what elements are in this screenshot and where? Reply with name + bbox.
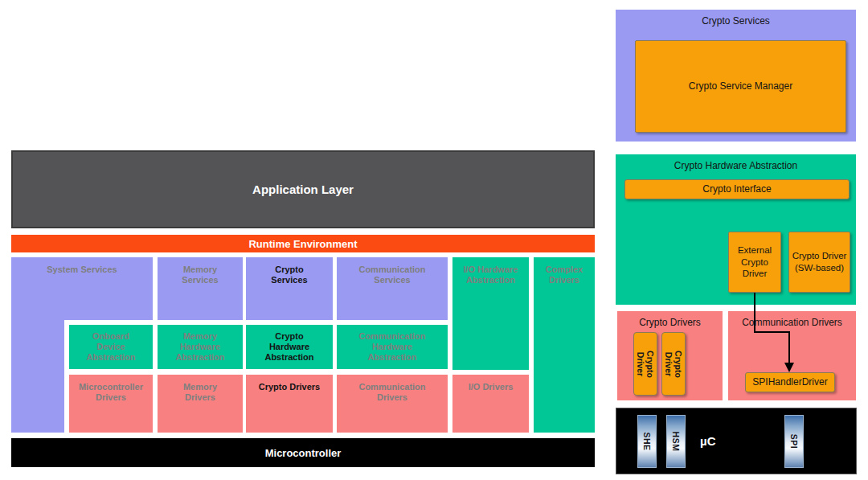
crypto-drivers-label: Crypto Drivers [259, 382, 320, 392]
communication-drivers-panel-title: Communication Drivers [728, 317, 856, 328]
crypto-driver-2-label: Crypto Driver [664, 344, 683, 384]
crypto-interface-box: Crypto Interface [624, 179, 850, 199]
communication-drivers-label: Communication Drivers [355, 382, 429, 403]
io-drivers-box: I/O Drivers [452, 375, 529, 433]
memory-drivers-box: Memory Drivers [158, 375, 243, 433]
crypto-drivers-panel-title: Crypto Drivers [617, 317, 723, 328]
autosar-crypto-architecture-diagram: Application Layer Runtime Environment Sy… [0, 0, 868, 480]
spi-handler-driver-label: SPIHandlerDriver [752, 376, 827, 388]
memory-drivers-label: Memory Drivers [172, 382, 228, 403]
communication-hardware-abstraction-box: Communication Hardware Abstraction [337, 325, 448, 369]
application-layer-label: Application Layer [252, 183, 354, 196]
crypto-services-panel-title: Crypto Services [616, 15, 856, 27]
crypto-driver-sw-based-box: Crypto Driver (SW-based) [788, 232, 850, 293]
crypto-interface-label: Crypto Interface [702, 183, 771, 195]
spi-label: SPI [789, 434, 799, 449]
complex-drivers-label: Complex Drivers [536, 265, 592, 285]
io-hardware-abstraction-box: I/O Hardware Abstraction [452, 257, 529, 370]
memory-hardware-abstraction-box: Memory Hardware Abstraction [158, 325, 243, 369]
crypto-hardware-abstraction-label: Crypto Hardware Abstraction [261, 331, 317, 363]
crypto-service-manager-label: Crypto Service Manager [689, 80, 792, 92]
microcontroller-drivers-label: Microcontroller Drivers [74, 382, 148, 403]
onboard-device-abstraction-label: Onboard Device Abstraction [79, 331, 143, 363]
crypto-service-manager-box: Crypto Service Manager [635, 40, 846, 133]
communication-services-box: Communication Services [337, 257, 448, 320]
io-hardware-abstraction-label: I/O Hardware Abstraction [459, 265, 523, 285]
memory-hardware-abstraction-label: Memory Hardware Abstraction [172, 331, 228, 363]
crypto-services-label: Crypto Services [261, 265, 317, 285]
microcontroller-label: Microcontroller [265, 447, 342, 459]
crypto-services-box: Crypto Services [246, 257, 333, 320]
communication-drivers-box: Communication Drivers [337, 375, 448, 433]
runtime-environment-bar: Runtime Environment [11, 235, 595, 252]
memory-services-label: Memory Services [172, 265, 228, 285]
system-services-box: System Services [11, 257, 153, 320]
system-services-label: System Services [47, 265, 117, 275]
she-label: SHE [642, 432, 652, 450]
communication-hardware-abstraction-label: Communication Hardware Abstraction [355, 331, 429, 363]
complex-drivers-box: Complex Drivers [534, 257, 595, 433]
external-crypto-driver-box: External Crypto Driver [728, 232, 781, 293]
hsm-label: HSM [671, 432, 681, 452]
crypto-hardware-abstraction-panel-title: Crypto Hardware Abstraction [616, 160, 856, 171]
she-chip-box: SHE [637, 415, 657, 468]
uc-label: µC [700, 408, 715, 474]
crypto-driver-vertical-box-1: Crypto Driver [633, 332, 657, 396]
microcontroller-chip-bar: SHE HSM µC SPI [616, 408, 857, 474]
application-layer-box: Application Layer [11, 150, 595, 228]
microcontroller-drivers-box: Microcontroller Drivers [69, 375, 153, 433]
io-drivers-label: I/O Drivers [469, 382, 514, 392]
runtime-environment-label: Runtime Environment [248, 238, 357, 250]
microcontroller-bar: Microcontroller [11, 438, 595, 467]
crypto-driver-1-label: Crypto Driver [636, 344, 655, 384]
crypto-hardware-abstraction-box: Crypto Hardware Abstraction [246, 325, 333, 369]
crypto-drivers-box: Crypto Drivers [246, 375, 333, 433]
crypto-driver-sw-based-label: Crypto Driver (SW-based) [792, 250, 848, 273]
memory-services-box: Memory Services [158, 257, 243, 320]
spi-handler-driver-box: SPIHandlerDriver [745, 372, 835, 392]
communication-services-label: Communication Services [355, 265, 429, 285]
spi-chip-box: SPI [784, 415, 804, 468]
onboard-device-abstraction-box: Onboard Device Abstraction [69, 325, 153, 369]
external-crypto-driver-label: External Crypto Driver [731, 244, 778, 280]
crypto-driver-vertical-box-2: Crypto Driver [661, 332, 686, 396]
hsm-chip-box: HSM [666, 415, 686, 468]
